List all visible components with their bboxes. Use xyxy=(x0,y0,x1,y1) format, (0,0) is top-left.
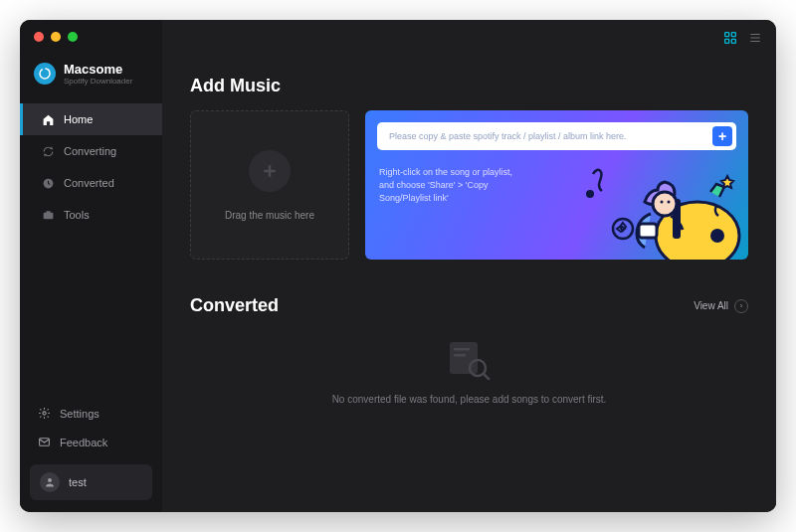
converted-section-header: Converted View All › xyxy=(190,295,748,316)
svg-rect-19 xyxy=(639,224,657,238)
svg-point-4 xyxy=(43,412,46,415)
sidebar-item-converted[interactable]: Converted xyxy=(20,167,162,199)
sidebar-item-label: Converting xyxy=(64,145,116,157)
drop-zone[interactable]: Drag the music here xyxy=(190,110,349,260)
sidebar-item-settings[interactable]: Settings xyxy=(20,399,162,428)
minimize-window-button[interactable] xyxy=(51,32,61,42)
sidebar-item-tools[interactable]: Tools xyxy=(20,199,162,231)
empty-file-icon xyxy=(444,338,496,380)
user-name: test xyxy=(69,476,87,488)
topbar-controls xyxy=(722,30,762,46)
share-tip: Right-click on the song or playlist, and… xyxy=(379,166,528,205)
window-controls xyxy=(20,20,162,48)
svg-rect-9 xyxy=(725,39,729,43)
sidebar-item-label: Home xyxy=(64,113,93,125)
empty-state: No converted file was found, please add … xyxy=(190,338,748,405)
svg-point-6 xyxy=(48,478,52,482)
svg-rect-2 xyxy=(43,212,53,219)
sidebar-item-converting[interactable]: Converting xyxy=(20,135,162,167)
sidebar: Macsome Spotify Downloader Home Converti… xyxy=(20,20,162,512)
drop-zone-label: Drag the music here xyxy=(225,210,314,221)
plus-icon xyxy=(249,150,291,192)
logo: Macsome Spotify Downloader xyxy=(20,48,162,103)
nav: Home Converting Converted Tools xyxy=(20,103,162,231)
add-music-heading: Add Music xyxy=(190,76,748,96)
view-all-button[interactable]: View All › xyxy=(694,299,748,313)
svg-rect-7 xyxy=(725,33,729,37)
sidebar-item-label: Converted xyxy=(64,177,114,189)
maximize-window-button[interactable] xyxy=(68,32,78,42)
clock-icon xyxy=(41,176,55,190)
sidebar-footer: Settings Feedback test xyxy=(20,399,162,512)
app-window: Macsome Spotify Downloader Home Converti… xyxy=(20,20,776,512)
svg-rect-20 xyxy=(450,342,478,374)
logo-icon xyxy=(34,63,56,85)
svg-point-17 xyxy=(661,201,664,204)
svg-point-14 xyxy=(710,229,724,243)
gear-icon xyxy=(38,407,51,420)
svg-rect-10 xyxy=(731,39,735,43)
home-icon xyxy=(41,112,55,126)
promo-card: Please copy & paste spotify track / play… xyxy=(365,110,748,260)
close-window-button[interactable] xyxy=(34,32,44,42)
tools-icon xyxy=(41,208,55,222)
empty-message: No converted file was found, please add … xyxy=(332,394,607,405)
svg-rect-8 xyxy=(731,33,735,37)
sidebar-item-label: Settings xyxy=(60,408,100,420)
paste-placeholder: Please copy & paste spotify track / play… xyxy=(389,131,712,141)
svg-point-0 xyxy=(40,69,50,79)
brand-name: Macsome xyxy=(64,62,132,77)
svg-point-11 xyxy=(586,190,594,198)
chevron-right-icon: › xyxy=(734,299,748,313)
mail-icon xyxy=(38,436,51,448)
main-content: Add Music Drag the music here Please cop… xyxy=(162,20,776,512)
sidebar-item-label: Feedback xyxy=(60,437,107,448)
converted-heading: Converted xyxy=(190,295,279,316)
paste-link-input[interactable]: Please copy & paste spotify track / play… xyxy=(377,122,736,150)
converting-icon xyxy=(41,144,55,158)
user-chip[interactable]: test xyxy=(30,464,152,500)
menu-icon[interactable] xyxy=(748,31,762,45)
brand-subtitle: Spotify Downloader xyxy=(64,77,132,86)
svg-rect-22 xyxy=(454,354,466,357)
avatar-icon xyxy=(40,472,60,492)
sidebar-item-home[interactable]: Home xyxy=(20,103,162,135)
sidebar-item-label: Tools xyxy=(64,209,90,221)
view-all-label: View All xyxy=(694,300,728,311)
sidebar-item-feedback[interactable]: Feedback xyxy=(20,428,162,456)
svg-rect-3 xyxy=(46,211,50,213)
add-link-button[interactable]: + xyxy=(712,126,732,146)
illustration xyxy=(573,154,742,260)
svg-point-18 xyxy=(668,201,671,204)
add-music-row: Drag the music here Please copy & paste … xyxy=(190,110,748,260)
grid-view-button[interactable] xyxy=(722,30,738,46)
svg-point-16 xyxy=(653,192,677,216)
svg-rect-21 xyxy=(454,348,470,351)
